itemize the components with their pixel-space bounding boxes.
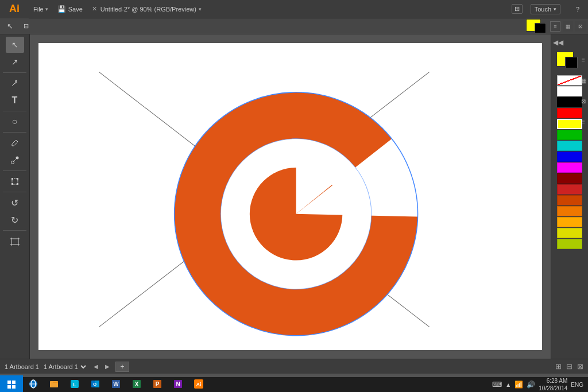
redo-btn[interactable]: ↻ bbox=[6, 212, 24, 228]
document-title: ✕ Untitled-2* @ 90% (RGB/Preview) ▾ bbox=[87, 0, 512, 18]
swatches-icon[interactable]: ≡ bbox=[550, 21, 560, 32]
workspace-icon: ⊞ bbox=[514, 5, 520, 13]
svg-text:Ai: Ai bbox=[196, 382, 202, 387]
artboard-select[interactable]: 1 Artboard 1 bbox=[41, 363, 88, 371]
doc-close-icon[interactable]: ✕ bbox=[92, 5, 97, 13]
svg-rect-9 bbox=[17, 183, 18, 185]
tool-divider-4 bbox=[3, 170, 26, 171]
new-artboard-btn[interactable]: + bbox=[115, 362, 129, 372]
artwork bbox=[38, 43, 542, 350]
workspace-button[interactable]: ⊞ bbox=[512, 4, 523, 14]
svg-rect-7 bbox=[17, 178, 18, 180]
filter-btn[interactable]: ⊟ bbox=[18, 20, 33, 33]
svg-text:W: W bbox=[113, 381, 119, 387]
file-menu[interactable]: File ▾ bbox=[29, 0, 53, 18]
save-button[interactable]: 💾 Save bbox=[53, 0, 87, 18]
panel-icon-2[interactable]: ▦ bbox=[577, 73, 588, 87]
page-controls: ⊞ ⊟ ⊠ bbox=[555, 362, 583, 371]
direct-selection-tool[interactable]: ↗ bbox=[6, 54, 24, 70]
start-button[interactable] bbox=[0, 375, 23, 392]
tool-divider-1 bbox=[3, 72, 26, 73]
stroke-box[interactable] bbox=[566, 57, 577, 68]
svg-text:P: P bbox=[156, 381, 160, 387]
next-artboard-btn[interactable]: ▶ bbox=[104, 363, 111, 370]
taskbar-explorer[interactable] bbox=[44, 375, 64, 392]
prev-artboard-btn[interactable]: ◀ bbox=[92, 363, 99, 370]
panel-icon-4[interactable]: ≡ bbox=[577, 115, 588, 129]
type-tool[interactable]: T bbox=[6, 92, 24, 108]
transparency-icon[interactable]: ▦ bbox=[563, 21, 573, 32]
left-toolbar: ↖ ↗ T ○ bbox=[0, 34, 30, 359]
svg-point-0 bbox=[15, 80, 17, 82]
svg-text:N: N bbox=[176, 381, 180, 387]
panel-icon-3[interactable]: ⊠ bbox=[577, 94, 588, 108]
top-menu-bar: Ai File ▾ 💾 Save ✕ Untitled-2* @ 90% (RG… bbox=[0, 0, 588, 18]
artboard bbox=[38, 43, 542, 350]
keyboard-icon[interactable]: ⌨ bbox=[492, 381, 502, 389]
taskbar-excel[interactable]: X bbox=[126, 375, 147, 392]
status-bar: 1 Artboard 1 1 Artboard 1 ◀ ▶ + ⊞ ⊟ ⊠ bbox=[0, 359, 588, 374]
chevron-icon[interactable]: ▲ bbox=[505, 382, 511, 388]
transform-icon[interactable]: ⊠ bbox=[575, 21, 586, 32]
help-button[interactable]: ? bbox=[571, 2, 585, 16]
lang-indicator[interactable]: ENG bbox=[571, 382, 583, 388]
tool-divider-6 bbox=[3, 230, 26, 231]
list-view-icon[interactable]: ⊟ bbox=[566, 362, 572, 371]
main-layout: ↖ ↗ T ○ bbox=[0, 34, 588, 359]
select-tool-btn[interactable]: ↖ bbox=[2, 20, 17, 33]
ellipse-tool[interactable]: ○ bbox=[6, 114, 24, 130]
svg-line-1 bbox=[16, 140, 18, 142]
svg-rect-8 bbox=[11, 183, 13, 185]
selection-tool[interactable]: ↖ bbox=[6, 37, 24, 53]
right-panel: ◀◀ bbox=[551, 34, 588, 359]
taskbar-powerpoint[interactable]: P bbox=[147, 375, 168, 392]
tool-divider-3 bbox=[3, 132, 26, 133]
svg-rect-32 bbox=[7, 385, 11, 389]
svg-rect-30 bbox=[7, 381, 11, 384]
network-icon[interactable]: 📶 bbox=[514, 381, 523, 389]
taskbar-onenote[interactable]: N bbox=[168, 375, 188, 392]
svg-text:O: O bbox=[93, 382, 96, 387]
taskbar-ie[interactable] bbox=[23, 375, 44, 392]
svg-text:L: L bbox=[73, 382, 76, 387]
taskbar: L O W X P N Ai bbox=[0, 377, 588, 392]
svg-text:X: X bbox=[135, 381, 139, 387]
svg-rect-33 bbox=[12, 385, 16, 389]
svg-line-4 bbox=[13, 158, 17, 162]
grid-view-icon[interactable]: ⊞ bbox=[555, 362, 562, 371]
secondary-toolbar: ↖ ⊟ ≡ ▦ ⊠ bbox=[0, 18, 588, 34]
collapse-panel-button[interactable]: ◀◀ bbox=[552, 37, 564, 48]
artboard-tool[interactable] bbox=[6, 233, 24, 249]
undo-btn[interactable]: ↺ bbox=[6, 195, 24, 211]
artboard-label: 1 Artboard 1 1 Artboard 1 bbox=[5, 363, 88, 371]
canvas-area[interactable] bbox=[30, 34, 551, 359]
pen-tool[interactable] bbox=[6, 75, 24, 91]
touch-workspace[interactable]: Touch ▾ bbox=[526, 0, 565, 18]
ai-logo: Ai bbox=[0, 0, 29, 18]
touch-dropdown[interactable]: Touch ▾ bbox=[531, 4, 560, 14]
eyedropper-tool[interactable] bbox=[6, 135, 24, 151]
panel-icon-1[interactable]: ≡ bbox=[577, 53, 588, 67]
taskbar-illustrator[interactable]: Ai bbox=[188, 375, 209, 392]
taskbar-app3[interactable]: L bbox=[64, 375, 85, 392]
svg-rect-31 bbox=[12, 381, 16, 384]
volume-icon[interactable]: 🔊 bbox=[527, 381, 535, 389]
blend-tool[interactable] bbox=[6, 152, 24, 168]
free-transform-tool[interactable] bbox=[6, 173, 24, 189]
clock[interactable]: 6:28 AM 10/28/2014 bbox=[539, 377, 567, 392]
tool-divider-2 bbox=[3, 111, 26, 111]
taskbar-outlook[interactable]: O bbox=[85, 375, 106, 392]
tool-divider-5 bbox=[3, 192, 26, 192]
presentation-icon[interactable]: ⊠ bbox=[577, 362, 583, 371]
svg-rect-10 bbox=[11, 239, 18, 244]
taskbar-word[interactable]: W bbox=[106, 375, 126, 392]
svg-rect-6 bbox=[11, 178, 13, 180]
taskbar-right: ⌨ ▲ 📶 🔊 6:28 AM 10/28/2014 ENG bbox=[492, 377, 588, 392]
